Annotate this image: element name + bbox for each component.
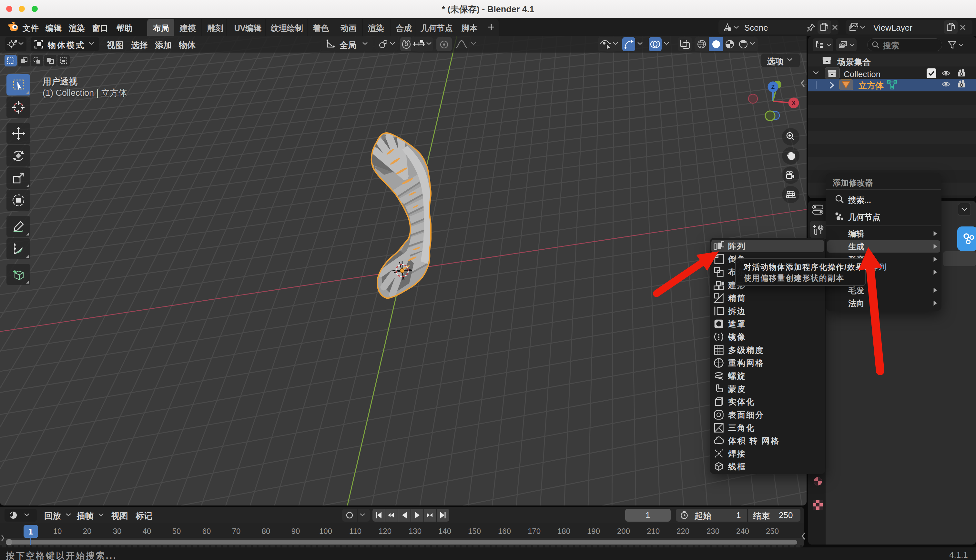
svg-text:Z: Z — [771, 84, 774, 90]
svg-text:X: X — [792, 100, 796, 106]
